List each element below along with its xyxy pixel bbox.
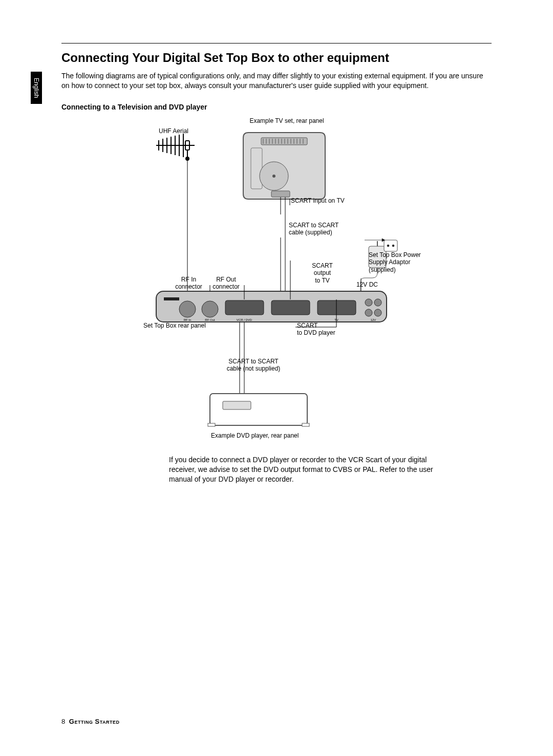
language-tab: English xyxy=(31,72,42,104)
uhf-aerial-label: UHF Aerial xyxy=(159,127,188,135)
stb-port-vcr-dvd: VCR / DVD xyxy=(237,318,252,321)
power-adaptor-label: Set Top Box Power Supply Adaptor (suppli… xyxy=(369,251,421,273)
scart-out-tv-label: SCART output to TV xyxy=(308,262,336,284)
page-footer: 8 Getting Started xyxy=(61,718,120,725)
section-name: Getting Started xyxy=(69,718,120,725)
svg-rect-56 xyxy=(223,401,251,409)
tv-icon xyxy=(243,133,325,199)
twelve-v-label: 12V DC xyxy=(356,281,378,288)
rf-in-label: RF In connector xyxy=(170,276,207,291)
svg-point-54 xyxy=(374,309,381,316)
svg-point-53 xyxy=(374,299,381,306)
stb-port-12v: 12V xyxy=(371,318,376,321)
diagram-svg: RF In RF Out VCR / DVD TV 12V xyxy=(108,117,456,445)
svg-rect-49 xyxy=(271,300,310,315)
uhf-aerial-icon xyxy=(156,134,195,160)
svg-point-40 xyxy=(387,245,389,247)
page-title: Connecting Your Digital Set Top Box to o… xyxy=(61,51,492,65)
stb-port-rf-in: RF In xyxy=(184,318,192,321)
dvd-player-icon xyxy=(208,394,309,426)
set-top-box-icon xyxy=(156,291,387,322)
subheading: Connecting to a Television and DVD playe… xyxy=(61,103,492,111)
svg-rect-39 xyxy=(384,240,397,251)
connection-diagram: RF In RF Out VCR / DVD TV 12V xyxy=(108,117,456,445)
advice-paragraph: If you decide to connect a DVD player or… xyxy=(169,455,435,484)
rf-out-label: RF Out connector xyxy=(207,276,245,291)
tv-caption: Example TV set, rear panel xyxy=(241,117,333,124)
svg-point-47 xyxy=(202,301,218,317)
svg-point-41 xyxy=(392,245,394,247)
dvd-caption: Example DVD player, rear panel xyxy=(211,432,299,439)
svg-rect-57 xyxy=(208,423,215,426)
svg-rect-18 xyxy=(271,191,290,197)
svg-point-29 xyxy=(186,157,189,160)
scart-supplied-label: SCART to SCART cable (supplied) xyxy=(289,222,338,236)
scart-to-dvd-label: SCART to DVD player xyxy=(297,322,335,337)
svg-rect-58 xyxy=(302,423,309,426)
page-number: 8 xyxy=(61,718,65,725)
scart-input-tv-label: SCART input on TV xyxy=(291,197,345,204)
svg-rect-48 xyxy=(225,300,264,315)
svg-rect-45 xyxy=(164,297,179,300)
stb-rear-label: Set Top Box rear panel xyxy=(143,322,206,329)
svg-point-46 xyxy=(179,301,196,317)
svg-point-52 xyxy=(365,309,372,316)
scart-not-supplied-label: SCART to SCART cable (not supplied) xyxy=(223,358,284,373)
stb-port-rf-out: RF Out xyxy=(205,318,215,321)
svg-point-17 xyxy=(272,175,275,178)
svg-point-51 xyxy=(365,299,372,306)
intro-paragraph: The following diagrams are of typical co… xyxy=(61,71,492,91)
